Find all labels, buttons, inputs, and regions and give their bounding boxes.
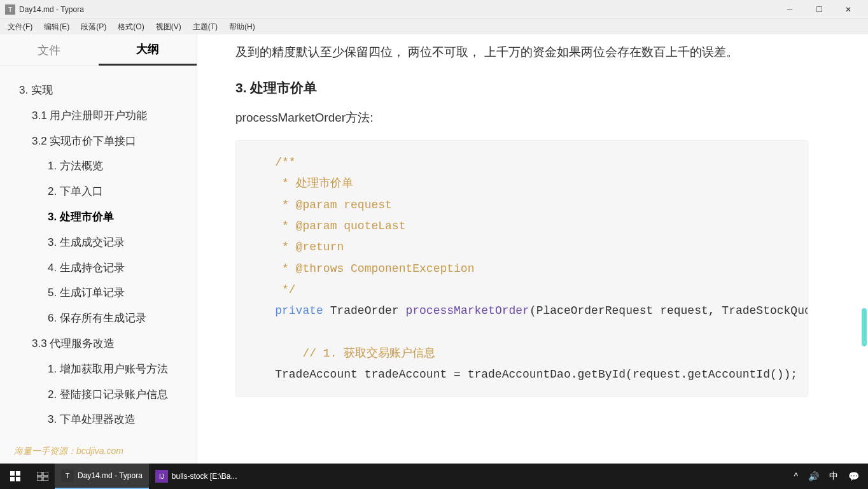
code-block[interactable]: /** * 处理市价单 * @param request * @param qu… [235, 140, 808, 397]
maximize-button[interactable]: ☐ [804, 0, 834, 19]
outline-item[interactable]: 2. 下单入口 [6, 179, 190, 204]
outline-item[interactable]: 2. 登陆接口记录账户信息 [6, 382, 190, 408]
typora-icon: T [61, 469, 74, 482]
taskbar-app-typora[interactable]: T Day14.md - Typora [55, 464, 149, 489]
menu-paragraph[interactable]: 段落(P) [76, 20, 111, 34]
task-view-button[interactable] [31, 464, 55, 489]
menu-file[interactable]: 文件(F) [3, 20, 38, 34]
outline-item[interactable]: 1. 方法概览 [6, 153, 190, 179]
task-view-icon [37, 472, 48, 481]
svg-rect-0 [10, 471, 15, 476]
menu-edit[interactable]: 编辑(E) [39, 20, 74, 34]
main-area: 文件 大纲 3. 实现 3.1 用户注册即开户功能 3.2 实现市价下单接口 1… [0, 34, 868, 464]
notifications-icon[interactable]: 💬 [846, 471, 862, 481]
start-button[interactable] [0, 464, 31, 489]
outline-item[interactable]: 3.1 用户注册即开户功能 [6, 103, 190, 129]
outline-item[interactable]: 6. 保存所有生成记录 [6, 306, 190, 331]
sidebar-tabs: 文件 大纲 [0, 34, 197, 66]
tab-files[interactable]: 文件 [0, 34, 99, 66]
svg-rect-1 [16, 471, 20, 476]
outline-item[interactable]: 4. 生成持仓记录 [6, 255, 190, 281]
window-controls: ─ ☐ ✕ [775, 0, 863, 19]
svg-rect-6 [37, 477, 42, 481]
ime-indicator[interactable]: 中 [827, 471, 841, 482]
outline-item[interactable]: 3.3 代理服务改造 [6, 331, 190, 357]
minimize-button[interactable]: ─ [775, 0, 804, 19]
scrollbar-thumb[interactable] [862, 308, 867, 346]
system-tray: ^ 🔊 中 💬 [791, 471, 868, 482]
menu-theme[interactable]: 主题(T) [188, 20, 223, 34]
windows-icon [10, 471, 20, 481]
outline-tree[interactable]: 3. 实现 3.1 用户注册即开户功能 3.2 实现市价下单接口 1. 方法概览… [0, 66, 197, 464]
windows-taskbar: T Day14.md - Typora IJ bulls-stock [E:\B… [0, 464, 868, 489]
tab-outline[interactable]: 大纲 [99, 34, 197, 66]
tray-chevron-icon[interactable]: ^ [791, 471, 801, 481]
paragraph-text[interactable]: 及到的精度默认至少保留四位， 两位不可取， 上千万的资金如果两位会存在数百上千的… [235, 41, 808, 64]
editor-content[interactable]: 及到的精度默认至少保留四位， 两位不可取， 上千万的资金如果两位会存在数百上千的… [197, 34, 868, 464]
svg-rect-7 [43, 477, 48, 481]
svg-rect-3 [16, 477, 20, 481]
volume-icon[interactable]: 🔊 [806, 471, 822, 481]
close-button[interactable]: ✕ [834, 0, 863, 19]
heading-3[interactable]: 3. 处理市价单 [235, 79, 808, 97]
outline-item[interactable]: 1. 增加获取用户账号方法 [6, 357, 190, 382]
paragraph-text[interactable]: processMarketOrder方法: [235, 110, 808, 126]
menubar: 文件(F) 编辑(E) 段落(P) 格式(O) 视图(V) 主题(T) 帮助(H… [0, 19, 868, 34]
taskbar-app-ide[interactable]: IJ bulls-stock [E:\Ba... [149, 464, 244, 489]
window-title: Day14.md - Typora [19, 5, 775, 14]
outline-item[interactable]: 3. 生成成交记录 [6, 230, 190, 255]
outline-item[interactable]: 5. 生成订单记录 [6, 280, 190, 306]
menu-format[interactable]: 格式(O) [113, 20, 149, 34]
app-icon: T [5, 4, 15, 15]
menu-view[interactable]: 视图(V) [151, 20, 186, 34]
outline-item[interactable]: 3. 实现 [6, 78, 190, 103]
ide-icon: IJ [155, 470, 168, 483]
menu-help[interactable]: 帮助(H) [224, 20, 260, 34]
svg-rect-4 [37, 472, 42, 476]
outline-item[interactable]: 3. 下单处理器改造 [6, 407, 190, 432]
titlebar: T Day14.md - Typora ─ ☐ ✕ [0, 0, 868, 19]
sidebar: 文件 大纲 3. 实现 3.1 用户注册即开户功能 3.2 实现市价下单接口 1… [0, 34, 197, 464]
svg-rect-5 [43, 472, 48, 476]
svg-rect-2 [10, 477, 15, 481]
outline-item[interactable]: 3.2 实现市价下单接口 [6, 129, 190, 154]
outline-item-active[interactable]: 3. 处理市价单 [6, 204, 190, 230]
